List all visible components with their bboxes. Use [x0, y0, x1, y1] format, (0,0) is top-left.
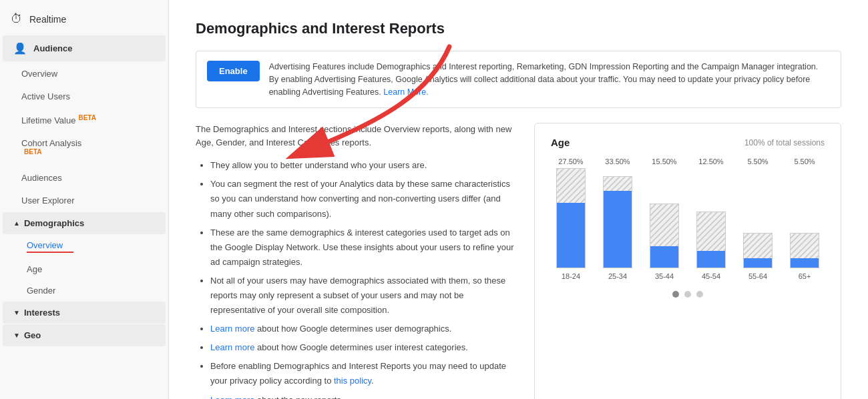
demographics-section-header[interactable]: ▲ Demographics: [3, 212, 166, 234]
sidebar-item-user-explorer[interactable]: User Explorer: [3, 189, 166, 212]
clock-icon: ⏱: [11, 12, 23, 26]
audience-section-header[interactable]: 👤 Audience: [3, 35, 166, 61]
main-content: Demographics and Interest Reports Enable…: [169, 0, 868, 399]
bar-group: 5.50%55-64: [738, 157, 778, 280]
list-item: Learn more about how Google determines u…: [210, 322, 514, 336]
content-area: The Demographics and Interest sections i…: [196, 123, 841, 399]
learn-more-link-3[interactable]: Learn more: [210, 395, 254, 399]
list-item: You can segment the rest of your Analyti…: [210, 177, 514, 221]
interests-section-header[interactable]: ▼ Interests: [3, 302, 166, 324]
bar-outer: [696, 212, 726, 268]
bar-label: 45-54: [702, 272, 720, 280]
sidebar-subitem-demo-overview[interactable]: Overview: [3, 235, 166, 258]
bar-wrapper: [644, 168, 684, 268]
list-item: Learn more about how Google determines u…: [210, 340, 514, 355]
sidebar-item-cohort-analysis[interactable]: Cohort Analysis BETA: [3, 132, 166, 165]
bar-filled: [557, 203, 585, 268]
lifetime-value-beta-badge: BETA: [78, 114, 95, 121]
list-item: They allow you to better understand who …: [210, 158, 514, 173]
page-title: Demographics and Interest Reports: [196, 20, 841, 37]
chart-dot-3[interactable]: [696, 291, 703, 298]
bar-outer: [603, 176, 632, 268]
bar-group: 33.50%25-34: [598, 157, 638, 280]
list-item: These are the same demographics & intere…: [210, 226, 514, 270]
bar-percentage: 5.50%: [794, 157, 815, 165]
bar-label: 35-44: [655, 272, 674, 280]
chart-panel: Age 100% of total sessions 27.50%18-2433…: [534, 123, 841, 399]
geo-section-header[interactable]: ▼ Geo: [3, 324, 166, 346]
bar-wrapper: [598, 168, 638, 268]
bar-wrapper: [551, 168, 591, 268]
main-wrapper: Demographics and Interest Reports Enable…: [169, 0, 868, 399]
bar-percentage: 12.50%: [698, 157, 723, 165]
sidebar-item-audiences[interactable]: Audiences: [3, 167, 166, 189]
bar-percentage: 33.50%: [605, 157, 630, 165]
interests-arrow-icon: ▼: [13, 309, 20, 316]
bar-filled: [650, 246, 678, 268]
bar-outer: [743, 233, 773, 268]
enable-banner: Enable Advertising Features include Demo…: [196, 51, 841, 108]
list-item: Not all of your users may have demograph…: [210, 274, 514, 318]
demographics-arrow-icon: ▲: [13, 220, 20, 227]
left-column: The Demographics and Interest sections i…: [196, 123, 514, 399]
bar-percentage: 27.50%: [558, 157, 583, 165]
learn-more-link-1[interactable]: Learn more: [210, 324, 254, 334]
sidebar-subitem-demo-age[interactable]: Age: [3, 259, 166, 280]
bar-wrapper: [738, 168, 778, 268]
bar-label: 18-24: [562, 272, 580, 280]
bar-filled: [697, 251, 725, 268]
chart-title: Age: [551, 137, 570, 148]
sidebar: ⏱ Realtime 👤 Audience Overview Active Us…: [0, 0, 169, 399]
bar-outer: [556, 168, 586, 268]
bar-group: 27.50%18-24: [551, 157, 591, 280]
bar-percentage: 5.50%: [747, 157, 768, 165]
bar-percentage: 15.50%: [652, 157, 676, 165]
bar-label: 55-64: [748, 272, 767, 280]
bar-group: 5.50%65+: [785, 157, 825, 280]
bar-filled: [744, 258, 772, 268]
chart-subtitle: 100% of total sessions: [744, 138, 825, 147]
bar-group: 15.50%35-44: [644, 157, 684, 280]
list-item: Learn more about the new reports.: [210, 393, 514, 399]
sidebar-item-active-users[interactable]: Active Users: [3, 85, 166, 107]
realtime-nav-item[interactable]: ⏱ Realtime: [0, 5, 168, 35]
bar-group: 12.50%45-54: [691, 157, 731, 280]
sidebar-subitem-demo-gender[interactable]: Gender: [3, 280, 166, 301]
sidebar-item-lifetime-value[interactable]: Lifetime ValueBETA: [3, 108, 166, 131]
bar-outer: [650, 204, 679, 268]
bar-filled: [604, 191, 632, 268]
chart-header: Age 100% of total sessions: [551, 137, 825, 148]
geo-arrow-icon: ▼: [13, 332, 20, 339]
bullet-list: They allow you to better understand who …: [196, 158, 514, 399]
interests-label: Interests: [24, 308, 60, 318]
list-item: Before enabling Demographics and Interes…: [210, 359, 514, 388]
geo-label: Geo: [24, 330, 41, 340]
sidebar-item-overview[interactable]: Overview: [3, 63, 166, 85]
bar-wrapper: [691, 168, 731, 268]
intro-text: The Demographics and Interest sections i…: [196, 123, 514, 149]
person-icon: 👤: [13, 42, 27, 55]
bar-label: 65+: [799, 272, 811, 280]
enable-learn-more-link[interactable]: Learn More.: [383, 87, 428, 97]
chart-dots: [551, 291, 825, 298]
enable-banner-text: Advertising Features include Demographic…: [269, 61, 830, 98]
learn-more-link-2[interactable]: Learn more: [210, 342, 254, 352]
chart-dot-2[interactable]: [684, 291, 691, 298]
bar-outer: [790, 233, 819, 268]
demographics-label: Demographics: [24, 218, 84, 228]
bar-label: 25-34: [608, 272, 627, 280]
audience-label: Audience: [33, 43, 73, 53]
cohort-analysis-beta-badge: BETA: [24, 148, 41, 155]
this-policy-link[interactable]: this policy: [334, 376, 371, 386]
bar-filled: [791, 258, 819, 268]
realtime-label: Realtime: [29, 14, 66, 25]
enable-button[interactable]: Enable: [207, 61, 260, 81]
chart-dot-1[interactable]: [672, 291, 679, 298]
bar-chart: 27.50%18-2433.50%25-3415.50%35-4412.50%4…: [551, 160, 825, 280]
bar-wrapper: [785, 168, 825, 268]
